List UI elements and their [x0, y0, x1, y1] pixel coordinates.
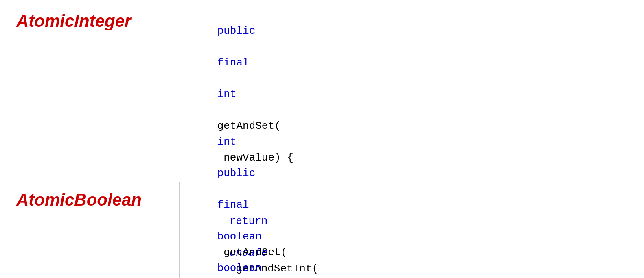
keyword-final-b: final — [217, 199, 249, 211]
method-name: getAndSet( — [217, 120, 281, 132]
page-container: AtomicInteger public final int getAndSet… — [0, 0, 644, 278]
param-type-int: int — [217, 136, 237, 148]
keyword-final: final — [217, 56, 249, 69]
keyword-public: public — [217, 25, 256, 37]
code-line-b1: public final boolean getAndSet( boolean … — [179, 150, 337, 278]
code-block-atomic-boolean: public final boolean getAndSet( boolean … — [179, 150, 337, 278]
param-type-boolean: boolean — [217, 262, 262, 274]
keyword-public-b: public — [217, 167, 256, 179]
atomic-boolean-label: AtomicBoolean — [16, 190, 142, 210]
keyword-boolean-b: boolean — [217, 230, 262, 243]
keyword-int: int — [217, 88, 237, 100]
atomic-integer-label: AtomicInteger — [16, 11, 131, 31]
